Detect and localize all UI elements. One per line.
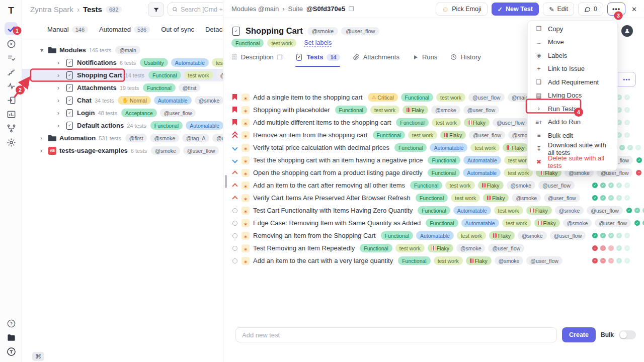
label-badge: ✋Normal xyxy=(118,96,150,105)
menu-item[interactable]: ▤ Living Docs xyxy=(528,89,617,103)
tree-row[interactable]: › Login 48 tests Acceptance@user_flow xyxy=(22,107,223,119)
add-test-input[interactable] xyxy=(235,327,557,342)
tree-row[interactable]: › Automation 531 tests @first@smoke@tag_… xyxy=(22,132,223,144)
filter-tab[interactable]: Automated536 xyxy=(99,26,150,33)
tab-history[interactable]: History xyxy=(450,53,480,67)
project-name[interactable]: Zyntra Spark xyxy=(30,5,73,14)
badge-icon: ⚠ xyxy=(372,95,376,100)
new-test-button[interactable]: ✓New Test xyxy=(492,3,539,16)
sidebar-item-reports[interactable] xyxy=(5,108,18,121)
sidebar-item-tests[interactable] xyxy=(5,22,18,35)
menu-item[interactable]: › Run Tests xyxy=(528,102,617,116)
sidebar-item-defects[interactable] xyxy=(5,79,18,93)
chevron-icon[interactable]: › xyxy=(57,122,62,129)
test-name[interactable]: Test the shopping cart with an item havi… xyxy=(253,156,423,164)
test-row[interactable]: Add an item to the cart after removing a… xyxy=(223,179,644,192)
copy-icon[interactable]: ❐ xyxy=(349,6,354,13)
test-name[interactable]: Add an item to the cart after removing a… xyxy=(253,182,405,189)
tab-attachments[interactable]: Attachments xyxy=(353,53,399,67)
test-row[interactable]: Test Cart Functionality with Items Havin… xyxy=(223,204,644,217)
sidebar-item-account[interactable]: T xyxy=(5,345,18,358)
priority-icon xyxy=(231,107,238,113)
label-badge: Automatable xyxy=(461,219,499,227)
chevron-icon[interactable]: › xyxy=(40,147,45,154)
test-row[interactable]: Test Removing an Item Repeatedly Functio… xyxy=(223,242,644,254)
menu-item[interactable]: ↧ Download suite with all tests xyxy=(528,142,617,156)
test-row[interactable]: Removing an Item from the Shopping Cart … xyxy=(223,229,644,242)
tree-row[interactable]: › Chat 34 tests ✋NormalAutomatable@smoke… xyxy=(22,94,223,107)
filter-tab[interactable]: Manual146 xyxy=(47,26,88,33)
tree-row[interactable]: › Shopping Cart 14 tests Functionaltest … xyxy=(22,69,223,81)
chevron-icon[interactable]: › xyxy=(57,72,62,79)
assignee-avatar[interactable] xyxy=(621,25,633,37)
more-actions-button[interactable]: ••• xyxy=(607,3,625,16)
tree-row[interactable]: › Default actions 24 tests FunctionalAut… xyxy=(22,119,223,132)
suite-icon xyxy=(66,122,73,130)
bulk-toggle[interactable] xyxy=(619,330,636,339)
set-labels-link[interactable]: Set labels xyxy=(304,39,332,47)
label-badge: test work xyxy=(445,181,474,190)
tab-tests[interactable]: Tests14 xyxy=(295,53,340,67)
chevron-icon[interactable]: ▾ xyxy=(40,47,45,54)
sidebar-item-runs[interactable] xyxy=(5,37,18,50)
tree-row[interactable]: › Attachments 19 tests Functional@first xyxy=(22,81,223,94)
tree-row[interactable]: › Notifications 6 tests UsabilityAutomat… xyxy=(22,56,223,69)
search-box[interactable] xyxy=(168,3,223,16)
test-row[interactable]: Add an item to the cart with a very larg… xyxy=(223,254,644,267)
pick-emoji-button[interactable]: ☺Pick Emoji xyxy=(436,3,488,16)
scrollbar-handle[interactable] xyxy=(225,175,227,188)
test-name[interactable]: Verify Cart Items Are Preserved After Br… xyxy=(253,194,411,202)
test-name[interactable]: Removing an Item from the Shopping Cart xyxy=(253,232,376,239)
chevron-icon[interactable]: › xyxy=(57,97,62,104)
tree-row[interactable]: › tests-usage-examples 6 tests @smoke@us… xyxy=(22,144,223,157)
test-name[interactable]: Edge Case: Removing Item with Same Quant… xyxy=(253,219,421,227)
suite-name: Default actions xyxy=(77,122,124,129)
menu-item[interactable]: + Link to Issue xyxy=(528,62,617,76)
test-row[interactable]: Edge Case: Removing Item with Same Quant… xyxy=(223,217,644,229)
test-name[interactable]: Test Cart Functionality with Items Havin… xyxy=(253,207,413,214)
sidebar-item-import[interactable] xyxy=(5,94,18,107)
test-name[interactable]: Verify total price calculation with deci… xyxy=(253,144,389,151)
sidebar-item-milestones[interactable] xyxy=(5,65,18,78)
sidebar-item-settings[interactable] xyxy=(5,136,18,149)
close-panel-icon[interactable]: ✕ xyxy=(629,6,639,13)
sidebar-item-projects[interactable] xyxy=(5,331,18,344)
menu-item[interactable]: ≡ Bulk edit xyxy=(528,129,617,142)
test-name[interactable]: Remove an item from the shopping cart xyxy=(253,131,368,139)
tab-description[interactable]: ☰Description❐ xyxy=(231,53,282,67)
search-input[interactable] xyxy=(181,6,223,13)
test-name[interactable]: Add a single item to the shopping cart xyxy=(253,94,363,101)
label-badge: @user_flow xyxy=(183,146,219,155)
menu-item[interactable]: → Move xyxy=(528,36,617,49)
tree-row[interactable]: ▾ Modules 145 tests @main xyxy=(22,44,223,56)
test-row[interactable]: Verify Cart Items Are Preserved After Br… xyxy=(223,192,644,204)
menu-item[interactable]: ≡+ Add to Run xyxy=(528,116,617,129)
sidebar-item-plans[interactable] xyxy=(5,51,18,64)
sidebar-item-help[interactable]: ? xyxy=(5,317,18,330)
suite-icon xyxy=(48,134,56,142)
copy-icon[interactable]: ❐ xyxy=(277,54,283,61)
test-name[interactable]: Shopping with placeholder xyxy=(253,106,330,114)
menu-item[interactable]: ❑ Add Requirement xyxy=(528,75,617,89)
chevron-icon[interactable]: › xyxy=(57,84,62,92)
ellipsis-icon[interactable]: ••• xyxy=(618,72,635,86)
chevron-icon[interactable]: › xyxy=(57,59,62,66)
test-name[interactable]: Add an item to the cart with a very larg… xyxy=(253,257,393,264)
tab-runs[interactable]: Runs xyxy=(413,53,437,67)
test-name[interactable]: Add multiple different items to the shop… xyxy=(253,119,391,126)
sidebar-item-traceability[interactable] xyxy=(5,122,18,135)
test-name[interactable]: Open the shopping cart from a product li… xyxy=(253,169,423,176)
menu-item[interactable]: ✖ Delete suite with all tests xyxy=(528,155,617,169)
chevron-icon[interactable]: › xyxy=(40,135,45,142)
test-name[interactable]: Test Removing an Item Repeatedly xyxy=(253,244,355,252)
menu-item[interactable]: ❐ Copy xyxy=(528,22,617,36)
label-badge: @user_flow xyxy=(526,256,562,265)
filter-tab[interactable]: Out of sync xyxy=(161,26,194,33)
create-button[interactable]: Create xyxy=(562,327,596,342)
chevron-icon[interactable]: › xyxy=(57,110,62,117)
filter-button[interactable] xyxy=(148,3,164,17)
menu-item[interactable]: ◈ Labels xyxy=(528,49,617,62)
filter-tab[interactable]: Detached xyxy=(205,26,223,33)
edit-button[interactable]: ✎Edit xyxy=(543,3,574,16)
comments-button[interactable]: 0 xyxy=(578,3,603,16)
